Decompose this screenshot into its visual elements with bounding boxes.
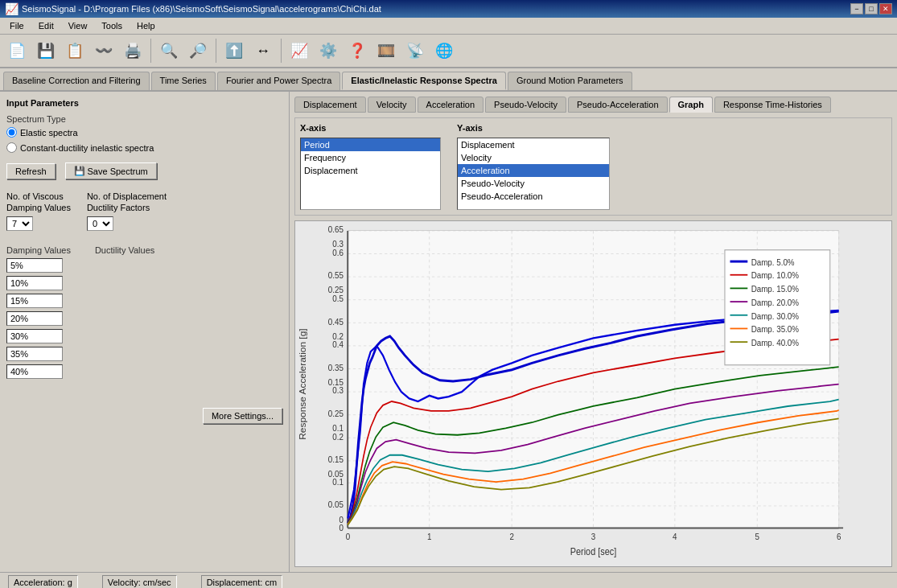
elastic-spectra-radio[interactable] <box>6 127 17 138</box>
inelastic-spectra-radio-label[interactable]: Constant-ductility inelastic spectra <box>6 142 282 153</box>
menu-help[interactable]: Help <box>130 19 162 32</box>
right-panel: Displacement Velocity Acceleration Pseud… <box>290 92 897 572</box>
elastic-spectra-radio-label[interactable]: Elastic spectra <box>6 127 282 138</box>
chart-container: 0 0.05 0.1 0.15 0.2 0.25 0.3 <box>294 220 892 567</box>
svg-text:Period [sec]: Period [sec] <box>570 546 616 557</box>
yaxis-list[interactable]: Displacement Velocity Acceleration Pseud… <box>457 138 610 210</box>
elastic-spectra-label: Elastic spectra <box>20 128 78 138</box>
svg-text:1: 1 <box>427 532 432 541</box>
more-settings-area: More Settings... <box>6 379 282 424</box>
menu-edit[interactable]: Edit <box>32 19 60 32</box>
swap-button[interactable]: ↔️ <box>249 37 277 64</box>
refresh-button[interactable]: Refresh <box>6 163 56 179</box>
titlebar: 📈 SeismoSignal - D:\Program Files (x86)\… <box>0 0 897 18</box>
tab-baseline[interactable]: Baseline Correction and Filtering <box>3 72 150 90</box>
svg-text:0.45: 0.45 <box>328 317 344 326</box>
yaxis-option-pseudo-velocity[interactable]: Pseudo-Velocity <box>458 177 609 190</box>
yaxis-option-acceleration[interactable]: Acceleration <box>458 164 609 177</box>
action-buttons-area: Refresh 💾 Save Spectrum <box>6 162 282 179</box>
status-acceleration: Acceleration: g <box>8 575 78 588</box>
print-button[interactable]: 🖨️ <box>119 37 146 64</box>
svg-text:0.2: 0.2 <box>332 432 344 441</box>
sub-tab-graph[interactable]: Graph <box>669 97 713 113</box>
tab-timeseries[interactable]: Time Series <box>151 72 216 90</box>
zoom-out-button[interactable]: 🔎 <box>184 37 212 64</box>
sub-tabs: Displacement Velocity Acceleration Pseud… <box>294 97 892 113</box>
damping-values-grid <box>6 258 71 379</box>
spectrum-type-label: Spectrum Type <box>6 114 282 124</box>
menu-file[interactable]: File <box>3 19 31 32</box>
sub-tab-acceleration[interactable]: Acceleration <box>418 97 484 113</box>
damping-value-5[interactable] <box>6 329 63 343</box>
maximize-button[interactable]: □ <box>865 3 878 14</box>
separator-2 <box>216 39 216 63</box>
svg-text:2: 2 <box>509 532 514 541</box>
damping-values-label: Damping Values <box>6 245 71 255</box>
menu-view[interactable]: View <box>62 19 94 32</box>
close-button[interactable]: ✕ <box>879 3 892 14</box>
input-parameters-title: Input Parameters <box>6 98 282 108</box>
tab-fourier[interactable]: Fourier and Power Spectra <box>217 72 340 90</box>
settings-button[interactable]: ⚙️ <box>315 37 342 64</box>
xaxis-option-displacement[interactable]: Displacement <box>301 164 440 177</box>
save-spectrum-button[interactable]: 💾 Save Spectrum <box>65 162 157 179</box>
svg-text:Damp. 35.0%: Damp. 35.0% <box>751 325 799 334</box>
menu-tools[interactable]: Tools <box>95 19 129 32</box>
signal-button[interactable]: 📡 <box>401 37 429 64</box>
yaxis-option-velocity[interactable]: Velocity <box>458 151 609 164</box>
status-displacement: Displacement: cm <box>201 575 282 588</box>
svg-text:0: 0 <box>339 524 344 532</box>
damping-value-6[interactable] <box>6 347 63 361</box>
tab-spectra[interactable]: Elastic/Inelastic Response Spectra <box>342 72 506 90</box>
sub-tab-response-time[interactable]: Response Time-Histories <box>714 97 831 113</box>
svg-text:0.55: 0.55 <box>328 271 344 280</box>
tab-groundmotion[interactable]: Ground Motion Parameters <box>508 72 632 90</box>
svg-text:Damp. 20.0%: Damp. 20.0% <box>751 298 799 306</box>
more-settings-button[interactable]: More Settings... <box>203 408 282 424</box>
damping-value-7[interactable] <box>6 364 63 379</box>
yaxis-option-displacement[interactable]: Displacement <box>458 138 609 151</box>
web-button[interactable]: 🌐 <box>430 37 458 64</box>
svg-text:Damp. 15.0%: Damp. 15.0% <box>751 285 799 294</box>
xaxis-option-period[interactable]: Period <box>301 138 440 151</box>
content-area: Input Parameters Spectrum Type Elastic s… <box>0 92 897 572</box>
displacement-select[interactable]: 0 1 2 3 <box>87 216 113 231</box>
yaxis-label: Y-axis <box>457 123 610 133</box>
damping-value-3[interactable] <box>6 294 63 308</box>
svg-text:0.6: 0.6 <box>332 249 344 257</box>
damping-value-4[interactable] <box>6 311 63 326</box>
left-panel: Input Parameters Spectrum Type Elastic s… <box>0 92 290 572</box>
inelastic-spectra-label: Constant-ductility inelastic spectra <box>20 143 154 153</box>
record-button[interactable]: 🎞️ <box>372 37 400 64</box>
viscous-select[interactable]: 7 1 2 3 4 5 6 <box>6 216 33 231</box>
open-button[interactable]: 📋 <box>61 37 88 64</box>
sub-tab-displacement[interactable]: Displacement <box>294 97 366 113</box>
inelastic-spectra-radio[interactable] <box>6 142 17 153</box>
sub-tab-velocity[interactable]: Velocity <box>368 97 416 113</box>
waveform-button[interactable]: 〰️ <box>90 37 117 64</box>
yaxis-group: Y-axis Displacement Velocity Acceleratio… <box>457 123 610 210</box>
svg-text:0.1: 0.1 <box>332 477 344 486</box>
sub-tab-pseudo-acceleration[interactable]: Pseudo-Acceleration <box>568 97 668 113</box>
zoom-in-button[interactable]: 🔍 <box>155 37 183 64</box>
yaxis-option-pseudo-acceleration[interactable]: Pseudo-Acceleration <box>458 190 609 203</box>
save-button[interactable]: 💾 <box>32 37 60 64</box>
new-button[interactable]: 📄 <box>3 37 31 64</box>
sub-tab-pseudo-velocity[interactable]: Pseudo-Velocity <box>485 97 566 113</box>
damping-value-2[interactable] <box>6 276 63 290</box>
svg-text:0.35: 0.35 <box>328 364 344 372</box>
svg-text:4: 4 <box>673 532 677 541</box>
minimize-button[interactable]: − <box>850 3 863 14</box>
damping-values-section: Damping Values <box>6 239 71 379</box>
svg-text:0.65: 0.65 <box>328 225 344 234</box>
help-button[interactable]: ❓ <box>344 37 371 64</box>
xaxis-list[interactable]: Period Frequency Displacement <box>300 138 441 210</box>
viscous-param: No. of ViscousDamping Values 7 1 2 3 4 5… <box>6 191 71 231</box>
chart-button[interactable]: 📈 <box>286 37 313 64</box>
up-button[interactable]: ⬆️ <box>220 37 248 64</box>
app-logo-icon: 📈 <box>5 2 19 15</box>
viscous-label: No. of ViscousDamping Values <box>6 191 71 214</box>
damping-value-1[interactable] <box>6 258 63 273</box>
svg-text:Response Acceleration [g]: Response Acceleration [g] <box>298 328 307 439</box>
xaxis-option-frequency[interactable]: Frequency <box>301 151 440 164</box>
